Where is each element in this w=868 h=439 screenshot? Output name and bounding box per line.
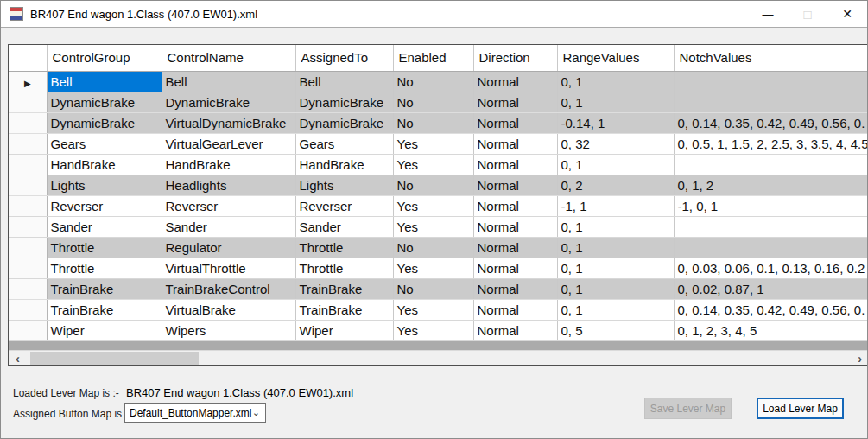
cell-Enabled[interactable]: No [393,237,473,258]
cell-ControlName[interactable]: VirtualThrottle [162,258,295,278]
horizontal-scrollbar[interactable]: ‹ › [9,350,868,365]
row-header-cell[interactable] [9,175,47,195]
cell-ControlGroup[interactable]: Wiper [47,320,162,340]
cell-ControlName[interactable]: TrainBrakeControl [162,278,295,299]
cell-ControlName[interactable]: Bell [162,71,295,92]
cell-NotchValues[interactable] [674,92,868,112]
cell-Enabled[interactable]: Yes [393,195,473,216]
cell-Enabled[interactable]: Yes [393,154,473,175]
cell-ControlName[interactable]: Headlights [162,175,295,195]
cell-Direction[interactable]: Normal [473,320,557,340]
cell-ControlName[interactable]: Reverser [162,195,295,216]
cell-RangeValues[interactable]: 0, 1 [557,154,674,175]
cell-AssignedTo[interactable]: TrainBrake [295,278,393,299]
cell-NotchValues[interactable] [674,154,868,175]
cell-Direction[interactable]: Normal [473,133,557,154]
cell-RangeValues[interactable]: 0, 5 [557,320,674,340]
cell-NotchValues[interactable]: 0, 0.03, 0.06, 0.1, 0.13, 0.16, 0.2 [674,258,868,278]
cell-AssignedTo[interactable]: Gears [295,133,393,154]
cell-AssignedTo[interactable]: TrainBrake [295,299,393,320]
cell-RangeValues[interactable]: 0, 1 [557,92,674,112]
cell-Enabled[interactable]: No [393,175,473,195]
cell-NotchValues[interactable]: -1, 0, 1 [674,195,868,216]
row-header-cell[interactable] [9,133,47,154]
cell-NotchValues[interactable]: 0, 0.14, 0.35, 0.42, 0.49, 0.56, 0. [674,112,868,133]
cell-RangeValues[interactable]: 0, 1 [557,237,674,258]
column-header-ControlName[interactable]: ControlName [162,45,295,71]
cell-RangeValues[interactable]: -0.14, 1 [557,112,674,133]
column-header-AssignedTo[interactable]: AssignedTo [295,45,393,71]
cell-AssignedTo[interactable]: DynamicBrake [295,92,393,112]
cell-ControlGroup[interactable]: Throttle [47,237,162,258]
cell-Direction[interactable]: Normal [473,71,557,92]
row-header-cell[interactable] [9,112,47,133]
cell-NotchValues[interactable] [674,237,868,258]
cell-NotchValues[interactable]: 0, 1, 2, 3, 4, 5 [674,320,868,340]
cell-NotchValues[interactable]: 0, 0.02, 0.87, 1 [674,278,868,299]
row-header-cell[interactable] [9,320,47,340]
cell-ControlGroup[interactable]: DynamicBrake [47,92,162,112]
cell-Enabled[interactable]: No [393,71,473,92]
cell-AssignedTo[interactable]: Throttle [295,237,393,258]
row-header-cell[interactable] [9,216,47,237]
load-lever-map-button[interactable]: Load Lever Map [757,398,844,419]
cell-RangeValues[interactable]: 0, 1 [557,278,674,299]
cell-Direction[interactable]: Normal [473,112,557,133]
cell-Enabled[interactable]: Yes [393,133,473,154]
cell-ControlGroup[interactable]: Gears [47,133,162,154]
cell-ControlGroup[interactable]: HandBrake [47,154,162,175]
row-header-cell[interactable]: ▶ [9,71,47,92]
row-header-cell[interactable] [9,278,47,299]
column-header-ControlGroup[interactable]: ControlGroup [47,45,162,71]
column-header-RangeValues[interactable]: RangeValues [557,45,674,71]
cell-Enabled[interactable]: Yes [393,258,473,278]
cell-Enabled[interactable]: No [393,278,473,299]
cell-AssignedTo[interactable]: Lights [295,175,393,195]
scrollbar-thumb[interactable] [30,352,199,365]
column-header-Enabled[interactable]: Enabled [393,45,473,71]
cell-ControlGroup[interactable]: Reverser [47,195,162,216]
cell-RangeValues[interactable]: 0, 1 [557,216,674,237]
cell-NotchValues[interactable]: 0, 0.14, 0.35, 0.42, 0.49, 0.56, 0. [674,299,868,320]
cell-ControlName[interactable]: Regulator [162,237,295,258]
cell-ControlName[interactable]: VirtualDynamicBrake [162,112,295,133]
row-header-cell[interactable] [9,92,47,112]
button-map-select[interactable]: Default_ButtonMapper.xml ⌄ [124,403,266,423]
cell-AssignedTo[interactable]: Reverser [295,195,393,216]
cell-RangeValues[interactable]: 0, 1 [557,299,674,320]
cell-Direction[interactable]: Normal [473,175,557,195]
cell-AssignedTo[interactable]: DynamicBrake [295,112,393,133]
scroll-left-icon[interactable]: ‹ [10,351,25,366]
cell-ControlGroup[interactable]: Throttle [47,258,162,278]
row-header-cell[interactable] [9,299,47,320]
cell-Direction[interactable]: Normal [473,299,557,320]
cell-Enabled[interactable]: Yes [393,299,473,320]
cell-AssignedTo[interactable]: Wiper [295,320,393,340]
column-header-Direction[interactable]: Direction [473,45,557,71]
cell-Enabled[interactable]: Yes [393,216,473,237]
cell-RangeValues[interactable]: 0, 1 [557,258,674,278]
row-header-cell[interactable] [9,195,47,216]
cell-ControlName[interactable]: VirtualBrake [162,299,295,320]
cell-ControlGroup[interactable]: Lights [47,175,162,195]
cell-ControlGroup[interactable]: DynamicBrake [47,112,162,133]
cell-ControlName[interactable]: Wipers [162,320,295,340]
cell-AssignedTo[interactable]: Bell [295,71,393,92]
cell-Direction[interactable]: Normal [473,278,557,299]
cell-NotchValues[interactable] [674,216,868,237]
cell-RangeValues[interactable]: 0, 1 [557,71,674,92]
row-header-cell[interactable] [9,154,47,175]
cell-NotchValues[interactable]: 0, 1, 2 [674,175,868,195]
minimize-button[interactable]: — [748,1,788,28]
cell-Enabled[interactable]: Yes [393,320,473,340]
cell-Direction[interactable]: Normal [473,216,557,237]
cell-RangeValues[interactable]: 0, 2 [557,175,674,195]
cell-ControlName[interactable]: VirtualGearLever [162,133,295,154]
corner-header-cell[interactable] [9,45,47,71]
row-header-cell[interactable] [9,237,47,258]
cell-Direction[interactable]: Normal [473,258,557,278]
cell-ControlName[interactable]: HandBrake [162,154,295,175]
cell-ControlGroup[interactable]: TrainBrake [47,299,162,320]
cell-ControlName[interactable]: Sander [162,216,295,237]
close-button[interactable]: ✕ [827,1,867,28]
